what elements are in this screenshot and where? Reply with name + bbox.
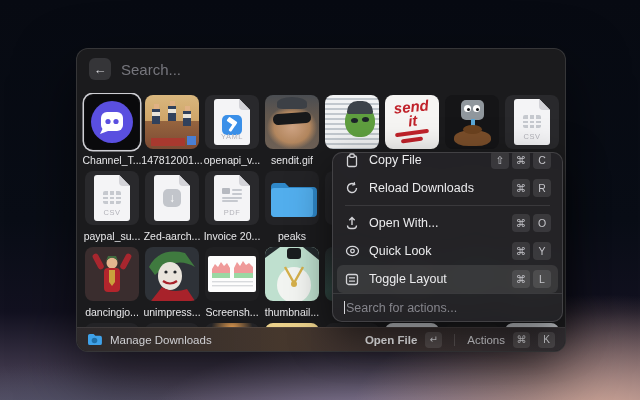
file-label: 147812001... <box>141 154 203 166</box>
file-label: paypal_su... <box>81 230 143 242</box>
file-thumbnail-yaml: YAML <box>205 95 259 149</box>
actions-button[interactable]: Actions <box>467 334 505 346</box>
menu-item-copy-file[interactable]: Copy File ⇧ ⌘ C <box>337 152 558 174</box>
menu-item-label: Reload Downloads <box>369 181 503 195</box>
l-key-badge: L <box>533 270 551 288</box>
file-label: Zed-aarch... <box>141 230 203 242</box>
file-item[interactable]: Channel_T... <box>85 95 139 166</box>
file-label: Screensh... <box>201 306 263 318</box>
file-thumbnail-archive: ↓ <box>145 171 199 225</box>
menu-separator <box>345 205 550 206</box>
cmd-key-badge: ⌘ <box>512 270 530 288</box>
back-button[interactable]: ← <box>89 58 111 80</box>
file-label: sendit.gif <box>261 154 323 166</box>
file-type-badge: PDF <box>214 208 250 217</box>
file-label: peaks <box>261 230 323 242</box>
file-thumbnail-pixel-art <box>145 95 199 149</box>
file-label: thumbnail... <box>261 306 323 318</box>
clipboard-icon <box>344 152 360 168</box>
file-item[interactable]: YAML openapi_v... <box>205 95 259 166</box>
file-label: openapi_v... <box>201 154 263 166</box>
file-item[interactable]: thumbnail... <box>265 247 319 318</box>
menu-item-label: Copy File <box>369 153 482 167</box>
layout-icon <box>344 271 360 287</box>
r-key-badge: R <box>533 179 551 197</box>
download-arrow-icon: ↓ <box>163 189 181 207</box>
eye-icon <box>344 243 360 259</box>
file-thumbnail-image <box>265 247 319 301</box>
file-thumbnail-folder <box>265 171 319 225</box>
csv-table-icon <box>523 115 541 128</box>
file-type-badge: CSV <box>514 132 550 141</box>
file-item[interactable]: Screensh... <box>205 247 259 318</box>
actions-search <box>333 293 562 321</box>
send-it-text: send it <box>391 98 434 130</box>
footer-divider <box>454 334 455 346</box>
cmd-key-badge: ⌘ <box>512 152 530 169</box>
file-item[interactable]: CSV paypal_su... <box>85 171 139 242</box>
file-label: Channel_T... <box>81 154 143 166</box>
cmd-key-badge: ⌘ <box>512 242 530 260</box>
file-item[interactable]: sendit.gif <box>265 95 319 166</box>
open-with-icon <box>344 215 360 231</box>
file-thumbnail-robot <box>445 95 499 149</box>
file-thumbnail-pdf: PDF <box>205 171 259 225</box>
file-item[interactable]: PDF Invoice 20... <box>205 171 259 242</box>
file-thumbnail-gif <box>325 95 379 149</box>
file-item[interactable]: peaks <box>265 171 319 242</box>
folder-icon <box>265 171 319 225</box>
search-input[interactable] <box>121 61 553 78</box>
text-cursor <box>344 301 345 314</box>
file-label: Invoice 20... <box>201 230 263 242</box>
file-thumbnail-gif <box>145 247 199 301</box>
menu-item-label: Quick Look <box>369 244 503 258</box>
actions-menu: Copy File ⇧ ⌘ C Reload Downloads ⌘ <box>332 152 563 322</box>
file-item[interactable]: 147812001... <box>145 95 199 166</box>
cmd-key-badge: ⌘ <box>512 214 530 232</box>
shift-key-badge: ⇧ <box>491 152 509 169</box>
file-thumbnail-csv: CSV <box>85 171 139 225</box>
extension-title: Manage Downloads <box>110 334 212 346</box>
desktop-wallpaper: ← Channel_T... <box>0 0 640 400</box>
cmd-key-badge: ⌘ <box>513 332 530 348</box>
file-thumbnail-screenshot <box>205 247 259 301</box>
file-label: unimpress... <box>141 306 203 318</box>
file-thumbnail-send-it: send it <box>385 95 439 149</box>
csv-table-icon <box>103 191 121 204</box>
file-item[interactable]: dancingjo... <box>85 247 139 318</box>
y-key-badge: Y <box>533 242 551 260</box>
c-key-badge: C <box>533 152 551 169</box>
file-thumbnail-gif <box>85 247 139 301</box>
file-thumbnail-csv: CSV <box>505 95 559 149</box>
back-arrow-icon: ← <box>94 62 107 77</box>
actions-search-input[interactable] <box>346 301 551 315</box>
menu-item-quick-look[interactable]: Quick Look ⌘ Y <box>337 237 558 265</box>
menu-item-reload-downloads[interactable]: Reload Downloads ⌘ R <box>337 174 558 202</box>
menu-item-open-with[interactable]: Open With... ⌘ O <box>337 209 558 237</box>
file-type-badge: CSV <box>94 208 130 217</box>
k-key-badge: K <box>538 332 555 348</box>
o-key-badge: O <box>533 214 551 232</box>
primary-action-label[interactable]: Open File <box>365 334 417 346</box>
file-thumbnail-gif <box>265 95 319 149</box>
menu-item-label: Open With... <box>369 216 503 230</box>
reload-icon <box>344 180 360 196</box>
file-item[interactable]: unimpress... <box>145 247 199 318</box>
file-item[interactable]: ↓ Zed-aarch... <box>145 171 199 242</box>
pdf-text-lines-icon <box>222 188 242 202</box>
file-label: dancingjo... <box>81 306 143 318</box>
return-key-badge: ↵ <box>425 332 442 348</box>
file-thumbnail-chat-logo <box>85 95 139 149</box>
status-bar: Manage Downloads Open File ↵ Actions ⌘ K <box>77 327 565 351</box>
menu-item-toggle-layout[interactable]: Toggle Layout ⌘ L <box>337 265 558 293</box>
downloads-folder-icon <box>87 333 102 346</box>
menu-item-label: Toggle Layout <box>369 272 503 286</box>
search-bar: ← <box>77 49 565 89</box>
file-type-badge: YAML <box>214 132 250 141</box>
cmd-key-badge: ⌘ <box>512 179 530 197</box>
